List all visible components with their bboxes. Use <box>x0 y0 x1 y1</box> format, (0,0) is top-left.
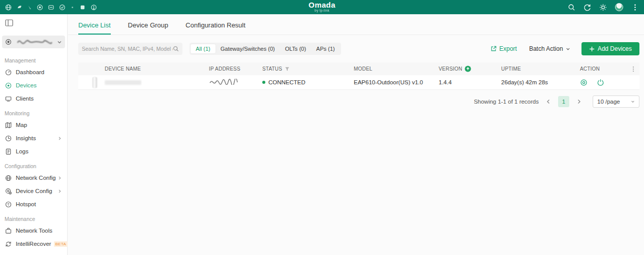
device-config-gear-icon <box>5 188 12 195</box>
sidebar-collapse-icon[interactable] <box>5 19 13 26</box>
sidebar-item-network-tools[interactable]: Network Tools <box>0 224 67 237</box>
add-devices-button[interactable]: Add Devices <box>581 42 639 55</box>
sidebar-section-monitoring: Monitoring <box>0 105 67 118</box>
status-icon <box>70 5 75 10</box>
col-model[interactable]: MODEL <box>354 66 439 72</box>
map-icon <box>5 122 12 129</box>
sidebar-section-configuration: Configuration <box>0 158 67 171</box>
sidebar-item-label: IntelliRecover <box>16 241 51 247</box>
page-size-select[interactable]: 10 /page <box>593 95 639 108</box>
chevron-right-icon <box>57 176 62 180</box>
col-action: ACTION <box>580 66 627 72</box>
device-type-filter: All (1) Gateway/Switches (0) OLTs (0) AP… <box>190 43 341 55</box>
tab-label: Device Group <box>128 21 168 29</box>
status-icon <box>37 4 43 11</box>
locate-icon[interactable] <box>580 79 588 86</box>
omada-logo: Omada by tp-link <box>309 1 335 12</box>
device-table: DEVICE NAME IP ADDRESS STATUS MODEL VERS… <box>78 62 639 90</box>
sidebar-item-map[interactable]: Map <box>0 118 67 132</box>
device-version: 1.4.4 <box>439 79 501 85</box>
logo-subtitle: by tp-link <box>309 9 335 12</box>
filter-olts[interactable]: OLTs (0) <box>280 44 311 53</box>
controls-row: All (1) Gateway/Switches (0) OLTs (0) AP… <box>78 42 639 55</box>
prev-page-icon[interactable] <box>546 99 551 104</box>
sidebar-item-devices[interactable]: Devices <box>0 79 67 92</box>
status-dot <box>262 81 265 84</box>
tab-configuration-result[interactable]: Configuration Result <box>186 21 246 35</box>
device-name-redacted[interactable] <box>105 80 209 85</box>
pagination: Showing 1-1 of 1 records 1 10 /page <box>78 95 639 108</box>
site-selector[interactable] <box>2 36 65 48</box>
next-page-icon[interactable] <box>576 99 581 104</box>
sidebar-item-label: Dashboard <box>16 69 44 75</box>
sidebar-section-management: Management <box>0 52 67 66</box>
sidebar-item-label: Device Config <box>16 188 52 194</box>
device-search <box>78 43 182 55</box>
search-icon[interactable] <box>568 4 575 11</box>
col-version[interactable]: VERSION <box>439 66 501 72</box>
sidebar-item-label: Hotspot <box>16 201 36 207</box>
filter-funnel-icon[interactable] <box>285 67 290 72</box>
device-status: CONNECTED <box>262 79 354 85</box>
tab-device-group[interactable]: Device Group <box>128 21 168 35</box>
sidebar-item-intellirecover[interactable]: IntelliRecover BETA <box>0 237 67 250</box>
sidebar: Management Dashboard Devices Clients Mon… <box>0 14 68 255</box>
filter-gateway-switches[interactable]: Gateway/Switches (0) <box>216 44 280 53</box>
sidebar-item-hotspot[interactable]: Hotspot <box>0 198 67 211</box>
insights-icon <box>5 135 12 142</box>
chevron-right-icon <box>57 136 62 141</box>
sidebar-item-insights[interactable]: Insights <box>0 132 67 145</box>
sidebar-item-label: Map <box>16 122 27 128</box>
sidebar-item-label: Clients <box>16 95 34 102</box>
device-uptime: 26day(s) 42m 28s <box>501 79 580 85</box>
status-icon <box>27 5 32 10</box>
col-uptime[interactable]: UPTIME <box>501 66 580 72</box>
device-model: EAP610-Outdoor(US) v1.0 <box>354 79 439 85</box>
site-name-redacted <box>15 39 57 45</box>
device-image <box>93 77 97 88</box>
export-button[interactable]: Export <box>490 45 517 52</box>
more-kebab-icon[interactable] <box>631 4 639 11</box>
filter-all[interactable]: All (1) <box>191 44 216 53</box>
intellirecover-refresh-icon <box>5 241 12 247</box>
firmware-update-icon[interactable] <box>465 66 471 72</box>
search-input[interactable] <box>82 46 173 52</box>
main-content: Device List Device Group Configuration R… <box>68 14 644 255</box>
status-icon <box>79 4 86 11</box>
tab-device-list[interactable]: Device List <box>78 21 111 35</box>
sidebar-item-logs[interactable]: Logs <box>0 145 67 158</box>
sidebar-item-dashboard[interactable]: Dashboard <box>0 66 67 79</box>
batch-action-button[interactable]: Batch Action <box>529 45 570 52</box>
device-thumbnail <box>78 77 105 88</box>
sidebar-item-network-config[interactable]: Network Config <box>0 171 67 184</box>
topbar-actions <box>568 3 639 11</box>
topbar: Omada by tp-link <box>0 0 644 14</box>
hotspot-icon <box>5 201 12 208</box>
user-avatar[interactable] <box>615 3 623 11</box>
table-row[interactable]: CONNECTED EAP610-Outdoor(US) v1.0 1.4.4 … <box>78 75 639 90</box>
tabs: Device List Device Group Configuration R… <box>68 14 644 35</box>
reboot-power-icon[interactable] <box>597 79 604 86</box>
logs-icon <box>5 148 12 155</box>
refresh-icon[interactable] <box>584 4 591 11</box>
sidebar-item-device-config[interactable]: Device Config <box>0 184 67 198</box>
col-device-name[interactable]: DEVICE NAME <box>105 66 209 72</box>
omada-controller-page: Omada by tp-link Management Dashboard De… <box>0 0 644 255</box>
row-actions <box>580 79 627 86</box>
column-settings-kebab-icon[interactable] <box>630 66 636 72</box>
col-ip-address[interactable]: IP ADDRESS <box>209 66 262 72</box>
status-icon <box>59 4 66 11</box>
sidebar-item-clients[interactable]: Clients <box>0 92 67 105</box>
col-status[interactable]: STATUS <box>262 66 354 72</box>
search-icon[interactable] <box>173 46 179 52</box>
export-label: Export <box>499 45 517 52</box>
theme-sun-icon[interactable] <box>599 4 607 11</box>
page-size-value: 10 /page <box>597 99 620 105</box>
filter-aps[interactable]: APs (1) <box>311 44 340 53</box>
dashboard-icon <box>5 69 12 76</box>
chevron-down-icon <box>566 47 570 51</box>
sidebar-item-label: Network Config <box>16 175 56 181</box>
page-number[interactable]: 1 <box>558 96 569 107</box>
redacted-ip-blob <box>209 79 242 85</box>
network-config-globe-icon <box>5 175 12 181</box>
